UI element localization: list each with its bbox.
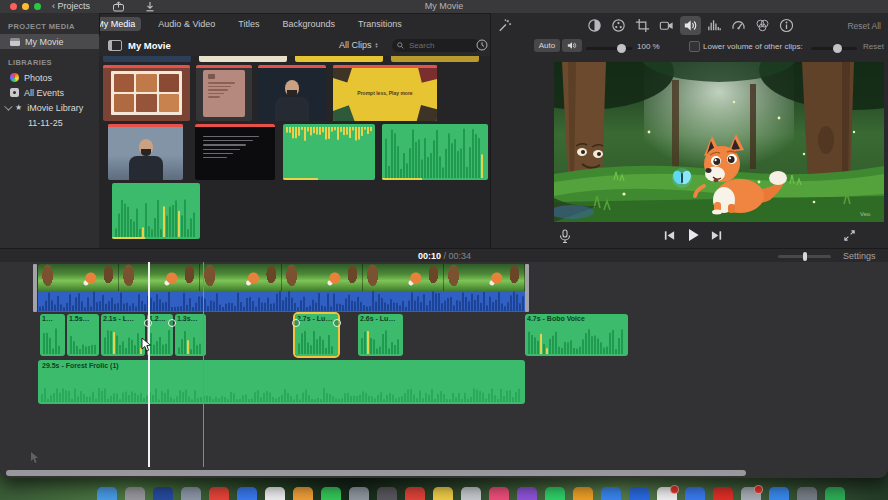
trim-handle-right[interactable] [525, 264, 529, 312]
info-icon[interactable] [776, 16, 797, 35]
tab-backgrounds[interactable]: Backgrounds [276, 17, 341, 31]
clip-filter-dropdown[interactable]: All Clips ▲▼ [339, 40, 378, 50]
media-thumbnail-webcam-light[interactable] [108, 124, 183, 180]
partial-thumbnail[interactable] [295, 56, 383, 62]
media-thumbnail-audio-wave[interactable] [112, 183, 200, 239]
audio-clip[interactable]: 2.1s - L… [101, 314, 145, 356]
tab-audio-video[interactable]: Audio & Video [152, 17, 221, 31]
dock-app-16-icon[interactable] [517, 487, 537, 500]
reset-all-button[interactable]: Reset All [847, 21, 881, 31]
sidebar-item-my-movie[interactable]: My Movie [0, 34, 99, 49]
dock-app-12-icon[interactable] [405, 487, 425, 500]
speed-icon[interactable] [728, 16, 749, 35]
sidebar-toggle-icon[interactable] [108, 40, 122, 51]
skip-forward-icon[interactable] [710, 229, 723, 242]
dock-app-1-icon[interactable] [97, 487, 117, 500]
fullscreen-icon[interactable] [843, 229, 856, 242]
video-clip-filmstrip[interactable] [38, 264, 525, 291]
dock-app-15-icon[interactable] [489, 487, 509, 500]
timeline-zoom-slider[interactable] [778, 255, 831, 258]
dock-app-4-icon[interactable] [181, 487, 201, 500]
lower-volume-slider-knob[interactable] [833, 44, 842, 53]
volume-slider-knob[interactable] [617, 44, 626, 53]
dock-app-5-icon[interactable] [209, 487, 229, 500]
dock-app-7-icon[interactable] [265, 487, 285, 500]
dock-app-9-icon[interactable] [321, 487, 341, 500]
media-thumbnail-promo[interactable]: Prompt less, Play more [333, 65, 437, 121]
trim-handle-left[interactable] [33, 264, 37, 312]
tab-transitions[interactable]: Transitions [352, 17, 408, 31]
auto-volume-button[interactable]: Auto [534, 39, 560, 52]
sidebar-item-all-events[interactable]: All Events [0, 85, 99, 100]
media-thumbnail-audio-tall[interactable] [382, 124, 488, 180]
audio-clip[interactable]: 1… [40, 314, 65, 356]
download-icon[interactable] [144, 1, 156, 12]
play-icon[interactable] [685, 227, 701, 243]
audio-clip[interactable]: 4.7s - Bobo Voice [525, 314, 628, 356]
dock-app-3-icon[interactable] [153, 487, 173, 500]
sidebar-item-imovie-library[interactable]: ★iMovie Library [0, 100, 99, 115]
dock-app-25-icon[interactable] [769, 487, 789, 500]
partial-thumbnail[interactable] [199, 56, 287, 62]
color-balance-icon[interactable] [584, 16, 605, 35]
video-audio-waveform[interactable] [38, 291, 525, 312]
dock-app-21-icon[interactable] [657, 487, 677, 500]
close-window-button[interactable] [10, 3, 17, 10]
timeline-scrollbar[interactable] [6, 470, 746, 476]
minimize-window-button[interactable] [22, 3, 29, 10]
dock-app-11-icon[interactable] [377, 487, 397, 500]
record-voiceover-mic-icon[interactable] [559, 229, 571, 244]
mute-button[interactable] [562, 39, 582, 52]
dock-app-13-icon[interactable] [433, 487, 453, 500]
skip-back-icon[interactable] [663, 229, 676, 242]
reset-button[interactable]: Reset [863, 42, 884, 51]
zoom-window-button[interactable] [34, 3, 41, 10]
volume-slider[interactable] [586, 47, 632, 50]
auto-enhance-icon[interactable] [497, 18, 512, 33]
settings-button[interactable]: Settings [843, 251, 876, 261]
media-thumbnail-webcam-dark[interactable] [258, 65, 326, 121]
stabilization-icon[interactable] [656, 16, 677, 35]
chevron-down-icon[interactable] [4, 102, 12, 110]
partial-thumbnail[interactable] [103, 56, 191, 62]
audio-clip[interactable]: 2.6s - Lu… [358, 314, 403, 356]
fade-handle-right[interactable] [333, 319, 341, 327]
dock-app-2-icon[interactable] [125, 487, 145, 500]
playhead[interactable] [148, 262, 150, 467]
dock-app-18-icon[interactable] [573, 487, 593, 500]
back-to-projects-button[interactable]: ‹ Projects [52, 1, 90, 11]
media-thumbnail-photo-grid[interactable] [103, 65, 190, 121]
music-clip[interactable]: 29.5s - Forest Frolic (1) [38, 360, 525, 404]
volume-icon[interactable] [680, 16, 701, 35]
dock-app-26-icon[interactable] [797, 487, 817, 500]
sidebar-item-11-11-25[interactable]: 11-11-25 [0, 115, 99, 130]
clip-filter-icon[interactable] [752, 16, 773, 35]
audio-clip[interactable]: 1.5s… [67, 314, 99, 356]
dock-app-22-icon[interactable] [685, 487, 705, 500]
dock-app-10-icon[interactable] [349, 487, 369, 500]
dock-app-24-icon[interactable] [741, 487, 761, 500]
sidebar-item-photos[interactable]: Photos [0, 70, 99, 85]
dock-app-17-icon[interactable] [545, 487, 565, 500]
media-thumbnail-audio-top[interactable] [283, 124, 375, 180]
media-thumbnail-terminal[interactable] [195, 124, 275, 180]
dock-app-20-icon[interactable] [629, 487, 649, 500]
crop-icon[interactable] [632, 16, 653, 35]
media-thumbnail-note[interactable] [196, 65, 252, 121]
tab-titles[interactable]: Titles [232, 17, 265, 31]
dock-app-19-icon[interactable] [601, 487, 621, 500]
duration-filter-icon[interactable] [476, 39, 488, 51]
audio-clip-selected[interactable]: 2.7s - Lu… [295, 314, 338, 356]
share-icon[interactable] [112, 1, 125, 12]
fade-handle-left[interactable] [292, 319, 300, 327]
partial-thumbnail[interactable] [391, 56, 479, 62]
dock-app-8-icon[interactable] [293, 487, 313, 500]
lower-volume-checkbox[interactable] [689, 41, 700, 52]
audio-clip[interactable]: 1.3s… [175, 314, 206, 356]
dock-app-14-icon[interactable] [461, 487, 481, 500]
timeline-zoom-knob[interactable] [803, 252, 807, 261]
lower-volume-slider[interactable] [811, 47, 857, 50]
dock-app-23-icon[interactable] [713, 487, 733, 500]
fade-handle-right[interactable] [168, 319, 176, 327]
dock-app-6-icon[interactable] [237, 487, 257, 500]
